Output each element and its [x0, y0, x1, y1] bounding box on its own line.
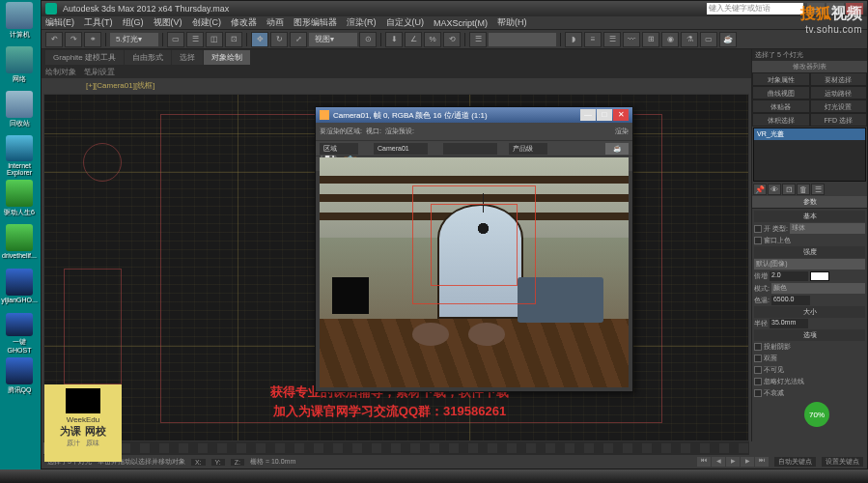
color-mode-dropdown[interactable]: 颜色 — [771, 283, 865, 294]
menu-help[interactable]: 帮助(H) — [497, 16, 527, 29]
production-dropdown[interactable]: 产品级 — [509, 143, 547, 155]
title-bar[interactable]: Autodesk 3ds Max 2012 x64 Thursday.max 键… — [42, 1, 867, 16]
rotate-button[interactable]: ↻ — [270, 32, 288, 47]
desktop-icon-drivethelife[interactable]: drivethelif... — [2, 224, 37, 265]
pivot-button[interactable]: ⊙ — [359, 32, 377, 47]
desktop-icon-recycle[interactable]: 回收站 — [2, 91, 37, 131]
desktop-icon-computer[interactable]: 计算机 — [2, 2, 37, 43]
snap-button[interactable]: ⬇ — [385, 32, 403, 47]
help-search-input[interactable]: 键入关键字或短语 — [707, 3, 803, 14]
ribbon-tab-freeform[interactable]: 自由形式 — [125, 50, 171, 65]
quick-render-button[interactable]: ☕ — [719, 32, 737, 47]
radius-spinner[interactable]: 35.0mm — [770, 319, 808, 328]
menu-modifiers[interactable]: 修改器 — [231, 16, 257, 29]
spinner-snap-button[interactable]: ⟲ — [443, 32, 461, 47]
double-sided-checkbox[interactable] — [754, 355, 762, 362]
rendered-image[interactable] — [320, 157, 629, 387]
ref-coord-dropdown[interactable]: 视图 ▾ — [309, 33, 357, 46]
align-button[interactable]: ≡ — [584, 32, 602, 47]
cast-shadows-checkbox[interactable] — [754, 343, 762, 351]
named-sel-button[interactable]: ☰ — [469, 32, 487, 47]
viewport-dropdown[interactable]: Camera01 — [374, 143, 428, 155]
stack-config-button[interactable]: ☰ — [811, 184, 825, 195]
setkey-button[interactable]: 设置关键点 — [822, 457, 863, 467]
select-region-button[interactable]: ◫ — [206, 32, 223, 47]
select-name-button[interactable]: ☰ — [186, 32, 204, 47]
on-checkbox[interactable] — [754, 225, 762, 233]
move-button[interactable]: ✥ — [251, 32, 268, 47]
region-dropdown[interactable]: 区域 — [320, 143, 358, 155]
play-button[interactable]: ▶ — [726, 457, 740, 467]
menu-maxscript[interactable]: MAXScript(M) — [434, 18, 488, 28]
desktop-icon-qq[interactable]: 腾讯QQ — [2, 357, 37, 398]
render-setup-button[interactable]: ⚗ — [681, 32, 698, 47]
timeline-track[interactable]: 0 / 100 — [43, 443, 749, 453]
rp-cell-20[interactable]: 体贴器 — [752, 99, 810, 113]
stack-show-button[interactable]: 👁 — [768, 184, 781, 195]
viewport-label[interactable]: [+][Camera01][线框] — [86, 80, 154, 91]
no-decay-checkbox[interactable] — [754, 389, 762, 397]
menu-create[interactable]: 创建(C) — [192, 16, 222, 29]
rp-cell-10[interactable]: 曲线视图 — [752, 86, 810, 99]
goto-start-button[interactable]: ⏮ — [697, 457, 711, 467]
3dsmax-logo-icon[interactable] — [45, 3, 57, 14]
undo-button[interactable]: ↶ — [45, 32, 63, 47]
modifier-vr-light[interactable]: VR_光盖 — [754, 128, 865, 140]
rp-cell-01[interactable]: 要材选择 — [810, 72, 868, 86]
layers-button[interactable]: ☰ — [603, 32, 621, 47]
autokey-button[interactable]: 自动关键点 — [774, 457, 816, 467]
temperature-spinner[interactable]: 6500.0 — [771, 296, 810, 305]
selection-set-dropdown[interactable]: 5.灯光 ▾ — [110, 33, 158, 46]
rp-cell-00[interactable]: 对象属性 — [752, 72, 810, 86]
menu-view[interactable]: 视图(V) — [154, 16, 182, 29]
menu-group[interactable]: 组(G) — [123, 16, 144, 29]
target-checkbox[interactable] — [754, 237, 762, 244]
coord-z[interactable]: Z: — [231, 459, 244, 466]
preset-dropdown[interactable] — [443, 143, 497, 155]
desktop-icon-ie[interactable]: Internet Explorer — [2, 135, 37, 176]
render-maximize-button[interactable]: □ — [597, 109, 612, 121]
menu-animation[interactable]: 动画 — [266, 16, 284, 29]
desktop-icon-ghost[interactable]: yijianGHO... — [2, 269, 37, 309]
rp-cell-30[interactable]: 体积选择 — [752, 113, 810, 127]
ribbon-tab-selection[interactable]: 选择 — [172, 50, 203, 65]
next-frame-button[interactable]: ▶ — [741, 457, 754, 467]
invisible-checkbox[interactable] — [754, 366, 762, 374]
goto-end-button[interactable]: ⏭ — [755, 457, 769, 467]
stack-pin-button[interactable]: 📌 — [753, 184, 767, 195]
stack-remove-button[interactable]: 🗑 — [797, 184, 810, 195]
link-button[interactable]: ⚭ — [84, 32, 101, 47]
material-editor-button[interactable]: ◉ — [661, 32, 679, 47]
params-rollout-title[interactable]: 参数 — [752, 196, 867, 208]
scale-button[interactable]: ⤢ — [290, 32, 307, 47]
prev-frame-button[interactable]: ◀ — [712, 457, 725, 467]
ignore-normals-checkbox[interactable] — [754, 378, 762, 385]
schematic-button[interactable]: ⊞ — [642, 32, 659, 47]
menu-tools[interactable]: 工具(T) — [84, 16, 113, 29]
menu-edit[interactable]: 编辑(E) — [45, 16, 74, 29]
type-dropdown[interactable]: 球体 — [790, 223, 865, 234]
timeline[interactable]: 0 / 100 — [43, 441, 749, 455]
desktop-icon-driver[interactable]: 驱动人生6 — [2, 180, 37, 220]
render-title-bar[interactable]: Camera01, 帧 0, RGBA 颜色 16 位/通道 (1:1) — □… — [316, 107, 632, 123]
ribbon-tab-object-paint[interactable]: 对象绘制 — [204, 50, 250, 65]
sub-tab-paint[interactable]: 绘制对象 — [45, 67, 76, 77]
units-dropdown[interactable]: 默认(图像) — [754, 259, 865, 270]
color-swatch[interactable] — [810, 271, 829, 281]
rp-cell-11[interactable]: 运动路径 — [810, 86, 868, 99]
angle-snap-button[interactable]: ∠ — [405, 32, 422, 47]
multiplier-spinner[interactable]: 2.0 — [770, 271, 808, 281]
redo-button[interactable]: ↷ — [65, 32, 82, 47]
menu-rendering[interactable]: 渲染(R) — [347, 16, 377, 29]
render-button[interactable]: ☕ — [605, 143, 629, 155]
percent-snap-button[interactable]: % — [424, 32, 441, 47]
select-button[interactable]: ▭ — [167, 32, 184, 47]
desktop-icon-network[interactable]: 网络 — [2, 46, 37, 87]
curve-editor-button[interactable]: 〰 — [623, 32, 640, 47]
modifier-stack[interactable]: VR_光盖 — [753, 128, 866, 182]
render-frame-button[interactable]: ▭ — [700, 32, 717, 47]
menu-graph-editors[interactable]: 图形编辑器 — [294, 16, 337, 29]
desktop-icon-onekey-ghost[interactable]: 一键GHOST — [2, 313, 37, 354]
rendered-frame-window[interactable]: Camera01, 帧 0, RGBA 颜色 16 位/通道 (1:1) — □… — [315, 106, 633, 392]
stack-unique-button[interactable]: ⊡ — [782, 184, 796, 195]
